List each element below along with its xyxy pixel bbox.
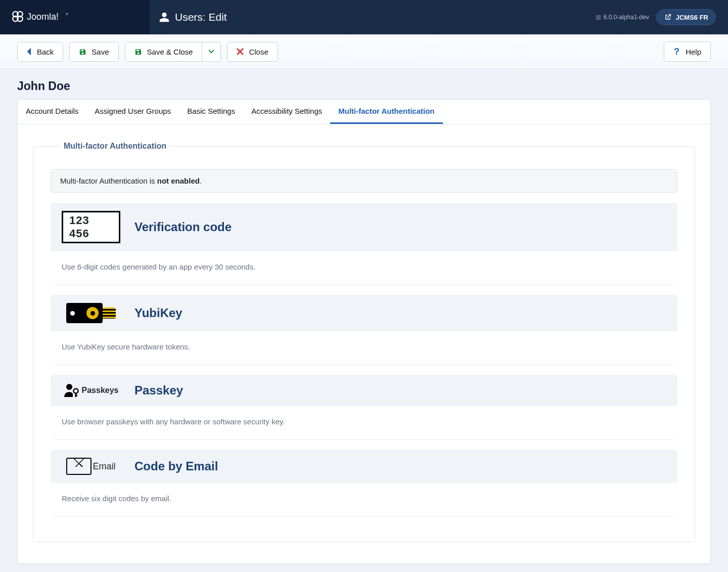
svg-text:®: ® bbox=[66, 13, 68, 16]
tabs: Account DetailsAssigned User GroupsBasic… bbox=[17, 99, 711, 124]
save-disk-icon bbox=[134, 48, 142, 56]
joomla-mini-icon bbox=[596, 15, 601, 20]
save-disk-icon bbox=[79, 48, 86, 56]
page-title: Users: Edit bbox=[175, 11, 227, 23]
method-description: Use browser passkeys with any hardware o… bbox=[51, 406, 677, 439]
svg-rect-14 bbox=[75, 395, 77, 396]
toolbar: Back Save Save & Close Close ? Help bbox=[0, 34, 728, 69]
brand[interactable]: Joomla! ® bbox=[0, 0, 150, 34]
verification-code-icon: 123 456 bbox=[62, 211, 120, 243]
svg-point-7 bbox=[599, 15, 601, 17]
method-title: Passkey bbox=[134, 383, 183, 398]
page-title-wrap: Users: Edit bbox=[150, 11, 227, 23]
yubikey-icon bbox=[66, 303, 116, 323]
method-description: Use 6-digit codes generated by an app ev… bbox=[51, 251, 677, 285]
close-icon bbox=[237, 48, 244, 55]
mfa-method-yubikey[interactable]: YubiKeyUse YubiKey secure hardware token… bbox=[51, 295, 677, 365]
mfa-method-passkey[interactable]: PasskeysPasskeyUse browser passkeys with… bbox=[51, 375, 677, 439]
fieldset-legend: Multi-factor Authentication bbox=[60, 142, 170, 151]
view-site-button[interactable]: JCMS6 FR bbox=[656, 9, 716, 25]
svg-point-8 bbox=[596, 17, 598, 19]
save-close-button[interactable]: Save & Close bbox=[125, 42, 203, 62]
joomla-logo-icon: Joomla! ® bbox=[9, 10, 90, 25]
method-description: Use YubiKey secure hardware tokens. bbox=[51, 331, 677, 365]
save-close-dropdown[interactable] bbox=[202, 42, 221, 62]
method-title: YubiKey bbox=[134, 306, 183, 320]
svg-point-9 bbox=[599, 17, 601, 19]
user-icon bbox=[159, 12, 170, 23]
tab-multi-factor-authentication[interactable]: Multi-factor Authentication bbox=[330, 100, 442, 124]
method-description: Receive six digit codes by email. bbox=[51, 483, 677, 516]
back-button[interactable]: Back bbox=[17, 42, 63, 62]
method-title: Verification code bbox=[134, 220, 232, 234]
tab-account-details[interactable]: Account Details bbox=[18, 100, 86, 124]
chevron-left-icon bbox=[27, 48, 32, 55]
mfa-method-code-by-email[interactable]: EmailCode by EmailReceive six digit code… bbox=[51, 450, 677, 516]
tab-basic-settings[interactable]: Basic Settings bbox=[179, 100, 243, 124]
question-icon: ? bbox=[673, 47, 680, 56]
tab-accessibility-settings[interactable]: Accessibility Settings bbox=[243, 100, 330, 124]
help-button[interactable]: ? Help bbox=[664, 41, 711, 62]
user-name-heading: John Doe bbox=[0, 69, 728, 99]
svg-point-12 bbox=[73, 389, 78, 393]
mfa-fieldset: Multi-factor Authentication Multi-factor… bbox=[33, 142, 695, 542]
passkey-icon: Passkeys bbox=[64, 383, 119, 398]
save-button[interactable]: Save bbox=[69, 42, 118, 62]
tab-assigned-user-groups[interactable]: Assigned User Groups bbox=[86, 100, 179, 124]
svg-point-6 bbox=[596, 15, 598, 17]
svg-text:Joomla!: Joomla! bbox=[27, 12, 59, 22]
version: 6.0.0-alpha1-dev bbox=[596, 14, 649, 21]
tab-panel: Multi-factor Authentication Multi-factor… bbox=[17, 124, 711, 564]
chevron-down-icon bbox=[208, 49, 214, 55]
method-title: Code by Email bbox=[134, 459, 218, 473]
email-icon: Email bbox=[66, 458, 115, 475]
external-link-icon bbox=[664, 13, 672, 21]
mfa-status-alert: Multi-factor Authentication is not enabl… bbox=[51, 169, 677, 193]
svg-point-11 bbox=[66, 384, 72, 390]
close-button[interactable]: Close bbox=[227, 42, 278, 62]
svg-text:?: ? bbox=[674, 47, 679, 56]
mfa-method-verification-code[interactable]: 123 456Verification codeUse 6-digit code… bbox=[51, 203, 677, 285]
